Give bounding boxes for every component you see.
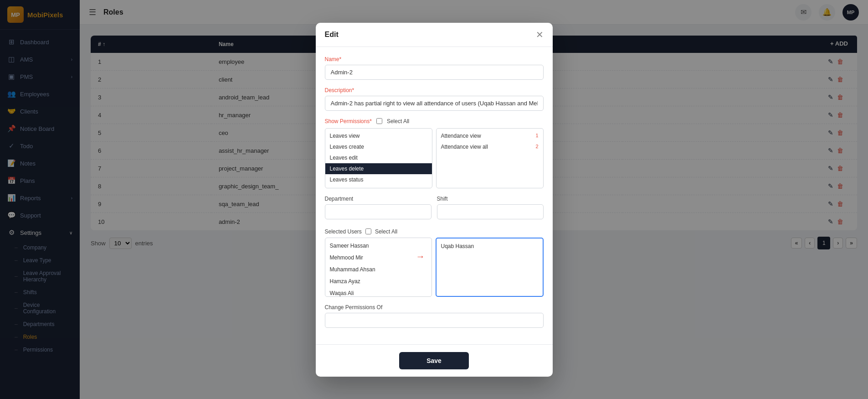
permission-item[interactable]: Attendance view 1	[437, 130, 543, 141]
user-item[interactable]: Hamza Ayaz	[325, 275, 431, 287]
permission-item[interactable]: Leaves status	[325, 174, 432, 185]
permission-item[interactable]: Leaves view	[325, 130, 432, 141]
change-permissions-label: Change Permissions Of	[325, 304, 544, 311]
user-item[interactable]: Mehmood Mir	[325, 252, 431, 264]
right-permissions-list: Attendance view 1Attendance view all 2	[437, 129, 543, 188]
modal-footer: Save	[316, 344, 553, 377]
modal-header: Edit ✕	[316, 23, 553, 47]
modal-body: Name* Description* Show Permissions*	[316, 47, 553, 344]
users-section: Selected Users Select All Sameer HassanM…	[325, 228, 544, 297]
name-input[interactable]	[325, 65, 544, 80]
left-permissions-list: Leaves viewLeaves createLeaves editLeave…	[325, 129, 432, 188]
department-group: Department	[325, 196, 431, 219]
permissions-header: Show Permissions* Select All	[325, 118, 544, 124]
users-select-all-label[interactable]: Select All	[375, 228, 397, 235]
shift-group: Shift	[437, 196, 544, 219]
permissions-select-all-checkbox[interactable]	[376, 118, 382, 124]
permission-item[interactable]: Leaves edit	[325, 152, 432, 163]
shift-input[interactable]	[437, 204, 544, 219]
change-permissions-input[interactable]	[325, 313, 544, 328]
left-permissions-box: Leaves viewLeaves createLeaves editLeave…	[325, 128, 432, 188]
users-select-all-checkbox[interactable]	[365, 228, 371, 234]
permissions-select-all-label[interactable]: Select All	[387, 118, 409, 124]
selected-users-label: Selected Users	[325, 228, 362, 235]
right-users-box: Uqab Hassan	[436, 238, 544, 297]
name-field-group: Name*	[325, 56, 544, 80]
modal-title: Edit	[325, 31, 339, 39]
permissions-grid: Leaves viewLeaves createLeaves editLeave…	[325, 128, 544, 188]
user-item[interactable]: Muhammad Ahsan	[325, 264, 431, 275]
user-item[interactable]: Waqas Ali	[325, 287, 431, 296]
permission-item[interactable]: Leaves delete	[325, 163, 432, 174]
description-field-group: Description*	[325, 87, 544, 111]
permission-item[interactable]: Leaves view all	[325, 185, 432, 188]
left-users-list: Sameer HassanMehmood MirMuhammad AhsanHa…	[325, 238, 431, 296]
shift-label: Shift	[437, 196, 544, 202]
department-label: Department	[325, 196, 431, 202]
permission-item[interactable]: Attendance view all 2	[437, 141, 543, 152]
left-users-box: Sameer HassanMehmood MirMuhammad AhsanHa…	[325, 238, 432, 297]
change-permissions-group: Change Permissions Of	[325, 304, 544, 328]
modal-overlay[interactable]: Edit ✕ Name* Description*	[0, 0, 868, 399]
selected-user-item: Uqab Hassan	[437, 240, 543, 252]
right-permissions-box: Attendance view 1Attendance view all 2	[436, 128, 544, 188]
users-grid: Sameer HassanMehmood MirMuhammad AhsanHa…	[325, 238, 544, 297]
permissions-label: Show Permissions*	[325, 118, 372, 124]
permission-item[interactable]: Leaves create	[325, 141, 432, 152]
save-button[interactable]: Save	[399, 352, 469, 369]
description-label: Description*	[325, 87, 544, 93]
dept-shift-row: Department Shift	[325, 196, 544, 227]
edit-modal: Edit ✕ Name* Description*	[316, 23, 553, 377]
permissions-group: Show Permissions* Select All Leaves view…	[325, 118, 544, 188]
description-input[interactable]	[325, 96, 544, 111]
modal-close-button[interactable]: ✕	[536, 30, 544, 39]
user-item[interactable]: Sameer Hassan	[325, 240, 431, 252]
department-input[interactable]	[325, 204, 431, 219]
name-label: Name*	[325, 56, 544, 62]
users-header: Selected Users Select All	[325, 228, 544, 235]
